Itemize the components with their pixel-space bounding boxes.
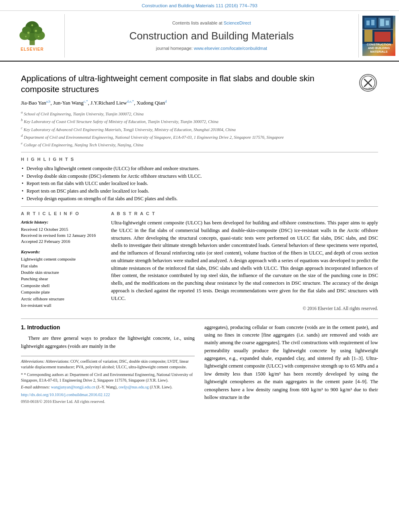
keyword-1: Lightweight cement composite xyxy=(21,256,101,262)
elsevier-logo: ELSEVIER xyxy=(14,20,50,52)
history-title: Article history: xyxy=(21,219,101,225)
journal-title: Construction and Building Materials xyxy=(130,29,294,43)
author-3: J.Y.Richard Liewd,e,*, xyxy=(90,100,136,106)
intro-content: 1. Introduction There are three general … xyxy=(21,324,378,405)
crossmark-icon: CrossMark xyxy=(359,74,377,92)
introduction-section: 1. Introduction There are three general … xyxy=(21,318,378,405)
cover-graphic xyxy=(362,16,393,44)
highlights-label: H I G H L I G H T S xyxy=(21,156,378,162)
article-history: Article history: Received 12 October 201… xyxy=(21,219,101,245)
affiliations: a School of Civil Engineering, Tianjin U… xyxy=(21,110,378,148)
citation-text: Construction and Building Materials 111 … xyxy=(142,3,257,8)
intro-right-col: aggregates), producing cellular or foam … xyxy=(204,324,378,405)
svg-rect-18 xyxy=(371,20,374,25)
svg-point-5 xyxy=(22,26,31,34)
author-2: Jun-Yan Wangc,*, xyxy=(53,100,90,106)
crossmark-svg: CrossMark xyxy=(360,75,376,90)
svg-rect-16 xyxy=(374,32,391,42)
abstract-label: A B S T R A C T xyxy=(111,211,378,217)
svg-point-7 xyxy=(27,31,30,34)
keywords-section: Keywords: Lightweight cement composite F… xyxy=(21,249,101,309)
homepage-url[interactable]: www.elsevier.com/locate/conbuildmat xyxy=(194,46,267,51)
intro-left-col: 1. Introduction There are three general … xyxy=(21,324,195,405)
received-date: Received 12 October 2015 xyxy=(21,226,101,232)
footnote-email1[interactable]: wangjunyan@tongji.edu.cn xyxy=(51,385,95,389)
elsevier-logo-area: ELSEVIER xyxy=(0,14,64,58)
svg-point-11 xyxy=(38,36,39,37)
elsevier-tree-icon xyxy=(14,20,50,46)
highlight-item-5: Develop design equations on strengths of… xyxy=(21,195,378,202)
footnote-email2-name: (J.Y.R. Liew). xyxy=(150,385,172,389)
keywords-title: Keywords: xyxy=(21,249,101,255)
keyword-4: Punching shear xyxy=(21,276,101,282)
footnote-corresponding: * * Corresponding authors at: Department… xyxy=(21,372,195,384)
affil-3: c Key Laboratory of Advanced Civil Engin… xyxy=(21,125,378,133)
cover-text: Construction and Building MATERIALS xyxy=(364,42,394,54)
svg-point-10 xyxy=(25,36,27,37)
sciencedirect-line: Contents lists available at ScienceDirec… xyxy=(172,20,251,26)
footnote-email-label: E-mail addresses: xyxy=(21,385,50,389)
affil-1: a School of Civil Engineering, Tianjin U… xyxy=(21,110,378,117)
footnote-email-line: E-mail addresses: wangjunyan@tongji.edu.… xyxy=(21,384,195,390)
footnote-abbrev-label: Abbreviations: xyxy=(21,359,45,364)
paper-title: Applications of ultra-lightweight cement… xyxy=(21,73,378,95)
doi-line: http://dx.doi.org/10.1016/j.conbuildmat.… xyxy=(21,392,195,398)
title-area: Applications of ultra-lightweight cement… xyxy=(21,73,378,95)
footnote-email1-name: (J.-Y. Wang), xyxy=(96,385,117,389)
sciencedirect-link[interactable]: ScienceDirect xyxy=(224,21,251,25)
footnote-abbrev-text: Abbreviations: COV, coefficient of varia… xyxy=(21,359,189,370)
svg-point-6 xyxy=(33,26,42,34)
affil-4: d Department of Civil and Environmental … xyxy=(21,133,378,140)
elsevier-brand-text: ELSEVIER xyxy=(21,47,43,52)
journal-citation: Construction and Building Materials 111 … xyxy=(0,0,399,11)
keyword-2: Flat slabs xyxy=(21,263,101,269)
divider-1 xyxy=(21,152,378,152)
highlights-list: Develop ultra lightweight cement composi… xyxy=(21,165,378,202)
keyword-8: Ice-resistant wall xyxy=(21,302,101,308)
keyword-6: Composite plate xyxy=(21,289,101,295)
article-info-abstract: A R T I C L E I N F O Article history: R… xyxy=(21,211,378,312)
highlight-item-4: Report tests on DSC plates and shells un… xyxy=(21,188,378,195)
footnote-star: * xyxy=(21,372,24,377)
copyright-line: © 2016 Elsevier Ltd. All rights reserved… xyxy=(111,305,378,312)
issn-line: 0950-0618/© 2016 Elsevier Ltd. All right… xyxy=(21,399,195,405)
highlights-section: H I G H L I G H T S Develop ultra lightw… xyxy=(21,156,378,202)
abstract-column: A B S T R A C T Ultra-lightweight cement… xyxy=(111,211,378,312)
footnotes-area: Abbreviations: Abbreviations: COV, coeff… xyxy=(21,356,195,405)
keyword-5: Composite shell xyxy=(21,283,101,289)
crossmark-badge: CrossMark xyxy=(358,73,378,93)
intro-title: 1. Introduction xyxy=(21,324,195,332)
authors-line: Jia-Bao Yana,b, Jun-Yan Wangc,*, J.Y.Ric… xyxy=(21,99,378,107)
paper-content: Applications of ultra-lightweight cement… xyxy=(0,62,399,412)
highlight-item-1: Develop ultra lightweight cement composi… xyxy=(21,165,378,172)
svg-rect-21 xyxy=(362,29,393,30)
author-4: Xudong Qiand xyxy=(137,100,167,106)
article-info-column: A R T I C L E I N F O Article history: R… xyxy=(21,211,101,312)
divider-2 xyxy=(21,206,378,207)
intro-body-left: There are three general ways to produce … xyxy=(21,335,195,350)
doi-url[interactable]: http://dx.doi.org/10.1016/j.conbuildmat.… xyxy=(21,392,110,397)
intro-body-right: aggregates), producing cellular or foam … xyxy=(204,324,378,402)
svg-rect-17 xyxy=(366,21,370,25)
author-1: Jia-Bao Yana,b, xyxy=(21,100,53,106)
keyword-3: Double skin structure xyxy=(21,269,101,275)
journal-homepage-line: journal homepage: www.elsevier.com/locat… xyxy=(156,45,267,51)
highlight-item-3: Report tests on flat slabs with ULCC und… xyxy=(21,180,378,187)
accepted-date: Accepted 22 February 2016 xyxy=(21,238,101,244)
journal-header: ELSEVIER Contents lists available at Sci… xyxy=(0,11,399,62)
keyword-7: Arctic offshore structure xyxy=(21,296,101,302)
journal-cover-area: Construction and Building MATERIALS xyxy=(359,14,399,58)
svg-point-9 xyxy=(31,24,33,26)
footnote-abbreviations: Abbreviations: Abbreviations: COV, coeff… xyxy=(21,359,195,370)
svg-text:CrossMark: CrossMark xyxy=(362,87,374,90)
revised-date: Received in revised form 12 January 2016 xyxy=(21,232,101,238)
abstract-text: Ultra-lightweight cement composite (ULCC… xyxy=(111,219,378,302)
affil-5: e College of Civil Engineering, Nanjing … xyxy=(21,141,378,148)
svg-rect-15 xyxy=(364,30,372,42)
article-info-label: A R T I C L E I N F O xyxy=(21,211,101,217)
footnote-email2[interactable]: ceeljy@nus.edu.sg xyxy=(119,385,149,389)
svg-rect-13 xyxy=(364,18,376,28)
journal-cover-image: Construction and Building MATERIALS xyxy=(362,16,395,56)
svg-rect-20 xyxy=(386,21,389,25)
affil-2: b Key Laboratory of Coast Civil Structur… xyxy=(21,117,378,125)
